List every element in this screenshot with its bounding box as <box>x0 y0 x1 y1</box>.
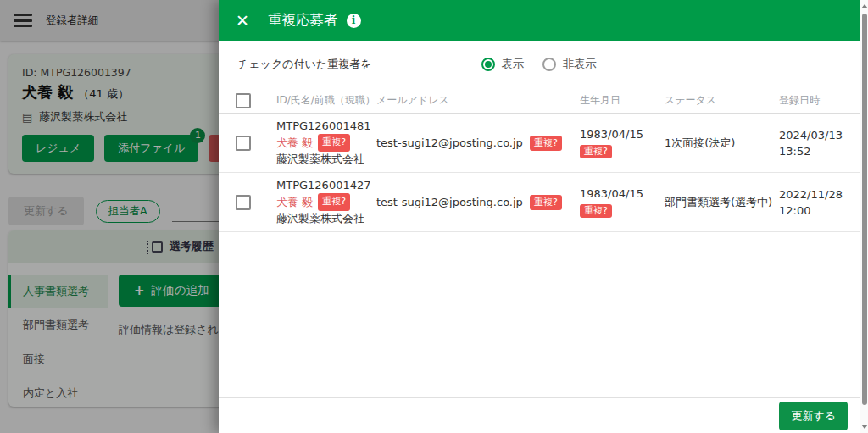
row-registered-time: 12:00 <box>779 203 851 219</box>
select-all-checkbox[interactable] <box>236 93 251 108</box>
modal-footer: 更新する <box>219 397 860 433</box>
radio-unselected-icon <box>542 58 556 71</box>
filter-label: チェックの付いた重複者を <box>237 57 371 72</box>
radio-hide[interactable]: 非表示 <box>542 57 597 72</box>
duplicate-filter-row: チェックの付いた重複者を 表示 非表示 <box>219 41 860 88</box>
table-row: MTPG126001427 犬養 毅 重複? 藤沢製薬株式会社 test-sug… <box>219 173 860 232</box>
row-id: MTPG126001481 <box>276 119 376 134</box>
duplicate-applicants-modal: ✕ 重複応募者 i チェックの付いた重複者を 表示 非表示 ID/氏名/前職（現… <box>219 0 860 433</box>
row-name-link[interactable]: 犬養 毅 <box>276 195 313 210</box>
row-registered-time: 13:52 <box>779 143 851 159</box>
duplicate-badge: 重複? <box>530 195 562 210</box>
row-registered-date: 2024/03/13 <box>779 127 851 143</box>
scrollbar-thumb[interactable] <box>862 14 867 405</box>
col-header-email: メールアドレス <box>376 93 580 108</box>
row-id: MTPG126001427 <box>276 178 376 193</box>
row-checkbox[interactable] <box>236 195 251 210</box>
row-birthdate: 1983/04/15 <box>580 186 665 202</box>
row-registered-date: 2022/11/28 <box>779 186 851 203</box>
duplicate-badge: 重複? <box>580 204 612 218</box>
duplicate-badge: 重複? <box>318 134 350 152</box>
radio-selected-icon <box>481 58 495 71</box>
row-birthdate: 1983/04/15 <box>580 126 665 142</box>
info-icon[interactable]: i <box>347 14 361 28</box>
duplicate-badge: 重複? <box>530 136 562 151</box>
vertical-scrollbar[interactable] <box>860 0 868 433</box>
update-button[interactable]: 更新する <box>779 402 848 430</box>
radio-show[interactable]: 表示 <box>481 57 524 72</box>
table-row: MTPG126001481 犬養 毅 重複? 藤沢製薬株式会社 test-sug… <box>219 114 860 173</box>
scroll-down-arrow-icon[interactable] <box>861 425 868 429</box>
modal-title: 重複応募者 <box>268 11 338 30</box>
row-checkbox[interactable] <box>236 136 251 151</box>
col-header-id: ID/氏名/前職（現職） <box>276 93 376 108</box>
duplicate-badge: 重複? <box>580 145 612 158</box>
duplicates-table: ID/氏名/前職（現職） メールアドレス 生年月日 ステータス 登録日時 MTP… <box>219 88 860 397</box>
row-company: 藤沢製薬株式会社 <box>276 152 376 167</box>
col-header-birthdate: 生年月日 <box>580 93 665 108</box>
row-status: 1次面接(決定) <box>665 136 779 151</box>
row-email: test-sugi12@jposting.co.jp <box>376 136 523 149</box>
close-icon[interactable]: ✕ <box>236 11 258 30</box>
row-name-link[interactable]: 犬養 毅 <box>276 136 313 151</box>
col-header-registered: 登録日時 <box>779 93 851 108</box>
col-header-status: ステータス <box>665 93 779 108</box>
modal-header: ✕ 重複応募者 i <box>219 0 860 41</box>
scroll-up-arrow-icon[interactable] <box>861 4 868 8</box>
duplicate-badge: 重複? <box>318 193 350 211</box>
row-status: 部門書類選考(選考中) <box>665 195 779 210</box>
row-email: test-sugi12@jposting.co.jp <box>376 196 523 208</box>
table-header-row: ID/氏名/前職（現職） メールアドレス 生年月日 ステータス 登録日時 <box>219 88 860 114</box>
row-company: 藤沢製薬株式会社 <box>276 211 376 226</box>
